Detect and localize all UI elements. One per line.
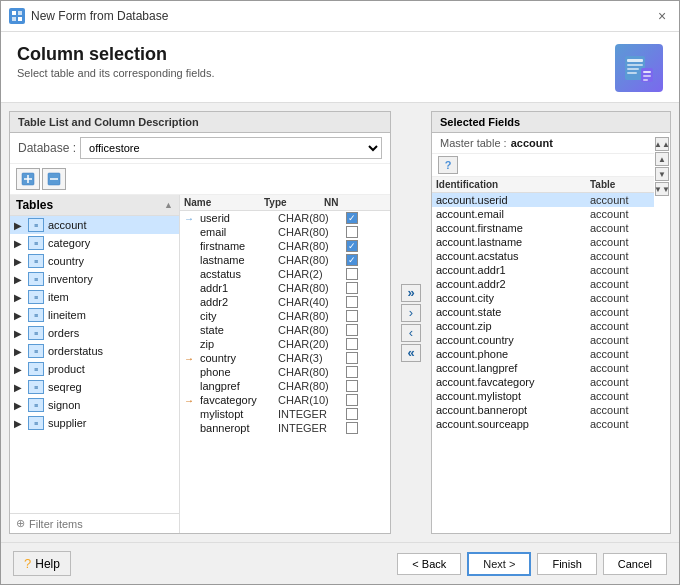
list-item[interactable]: account.favcategory account [432,375,654,389]
list-item[interactable]: phone CHAR(80) [180,365,390,379]
field-identification: account.state [436,306,590,318]
svg-rect-3 [18,17,22,21]
field-table: account [590,222,650,234]
list-item[interactable]: account.firstname account [432,221,654,235]
add-one-button[interactable]: › [401,304,421,322]
list-item[interactable]: city CHAR(80) [180,309,390,323]
help-button[interactable]: ? Help [13,551,71,576]
nn-checkbox[interactable] [338,282,366,294]
list-item[interactable]: account.phone account [432,347,654,361]
finish-button[interactable]: Finish [537,553,596,575]
page-title: Column selection [17,44,215,65]
nn-checkbox[interactable] [338,310,366,322]
field-list[interactable]: → userid CHAR(80) ✓ email CHAR(80) [180,211,390,533]
filter-input[interactable] [29,518,173,530]
list-item[interactable]: state CHAR(80) [180,323,390,337]
remove-table-button[interactable] [42,168,66,190]
list-item[interactable]: addr1 CHAR(80) [180,281,390,295]
list-item[interactable]: ▶ ≡ orders [10,324,179,342]
list-item[interactable]: ▶ ≡ signon [10,396,179,414]
list-item[interactable]: → favcategory CHAR(10) [180,393,390,407]
back-button[interactable]: < Back [397,553,461,575]
selected-fields-list[interactable]: account.userid account account.email acc… [432,193,654,533]
list-item[interactable]: langpref CHAR(80) [180,379,390,393]
field-name: country [200,352,276,364]
nn-checkbox[interactable]: ✓ [338,254,366,266]
nn-checkbox[interactable]: ✓ [338,212,366,224]
checkbox-unchecked [346,324,358,336]
list-item[interactable]: firstname CHAR(80) ✓ [180,239,390,253]
list-item[interactable]: account.userid account [432,193,654,207]
next-button[interactable]: Next > [467,552,531,576]
list-item[interactable]: account.email account [432,207,654,221]
list-item[interactable]: zip CHAR(20) [180,337,390,351]
list-item[interactable]: → country CHAR(3) [180,351,390,365]
help-info-button[interactable]: ? [438,156,458,174]
list-item[interactable]: account.banneropt account [432,403,654,417]
list-item[interactable]: lastname CHAR(80) ✓ [180,253,390,267]
nn-checkbox[interactable] [338,394,366,406]
add-table-button[interactable] [16,168,40,190]
list-item[interactable]: account.sourceapp account [432,417,654,431]
list-item[interactable]: ▶ ≡ supplier [10,414,179,432]
move-top-button[interactable]: ▲▲ [655,137,669,151]
list-item[interactable]: ▶ ≡ country [10,252,179,270]
list-item[interactable]: account.city account [432,291,654,305]
expand-arrow: ▶ [14,238,24,249]
nn-checkbox[interactable] [338,226,366,238]
list-item[interactable]: account.state account [432,305,654,319]
list-item[interactable]: account.acstatus account [432,249,654,263]
list-item[interactable]: account.addr1 account [432,263,654,277]
move-up-button[interactable]: ▲ [655,152,669,166]
nn-checkbox[interactable] [338,380,366,392]
nn-checkbox[interactable] [338,366,366,378]
list-item[interactable]: account.mylistopt account [432,389,654,403]
master-table-row: Master table : account [432,133,654,154]
table-name: orders [48,327,79,339]
list-item[interactable]: ▶ ≡ product [10,360,179,378]
list-item[interactable]: ▶ ≡ lineitem [10,306,179,324]
nn-checkbox[interactable] [338,338,366,350]
expand-arrow: ▶ [14,328,24,339]
nn-checkbox[interactable] [338,422,366,434]
list-item[interactable]: ▶ ≡ account [10,216,179,234]
cancel-button[interactable]: Cancel [603,553,667,575]
list-item[interactable]: email CHAR(80) [180,225,390,239]
table-name: signon [48,399,80,411]
list-item[interactable]: account.lastname account [432,235,654,249]
list-item[interactable]: ▶ ≡ orderstatus [10,342,179,360]
remove-one-button[interactable]: ‹ [401,324,421,342]
list-item[interactable]: banneropt INTEGER [180,421,390,435]
add-all-button[interactable]: » [401,284,421,302]
list-item[interactable]: → userid CHAR(80) ✓ [180,211,390,225]
list-item[interactable]: account.addr2 account [432,277,654,291]
field-type: CHAR(80) [278,212,336,224]
nn-checkbox[interactable] [338,408,366,420]
list-item[interactable]: account.zip account [432,319,654,333]
nn-checkbox[interactable] [338,268,366,280]
footer: ? Help < Back Next > Finish Cancel [1,542,679,584]
database-select[interactable]: officestore [80,137,382,159]
move-bottom-button[interactable]: ▼▼ [655,182,669,196]
nn-checkbox[interactable] [338,352,366,364]
remove-all-button[interactable]: « [401,344,421,362]
nn-checkbox[interactable]: ✓ [338,240,366,252]
left-panel-body: Database : officestore [9,132,391,534]
table-list[interactable]: ▶ ≡ account ▶ ≡ category ▶ ≡ [10,216,179,513]
list-item[interactable]: addr2 CHAR(40) [180,295,390,309]
list-item[interactable]: ▶ ≡ inventory [10,270,179,288]
list-item[interactable]: account.langpref account [432,361,654,375]
nn-checkbox[interactable] [338,296,366,308]
checkbox-unchecked [346,408,358,420]
list-item[interactable]: ▶ ≡ category [10,234,179,252]
list-item[interactable]: mylistopt INTEGER [180,407,390,421]
list-item[interactable]: ▶ ≡ item [10,288,179,306]
nn-checkbox[interactable] [338,324,366,336]
list-item[interactable]: acstatus CHAR(2) [180,267,390,281]
list-item[interactable]: ▶ ≡ seqreg [10,378,179,396]
svg-rect-7 [627,68,639,70]
close-button[interactable]: × [653,7,671,25]
move-down-button[interactable]: ▼ [655,167,669,181]
list-item[interactable]: account.country account [432,333,654,347]
field-table: account [590,306,650,318]
